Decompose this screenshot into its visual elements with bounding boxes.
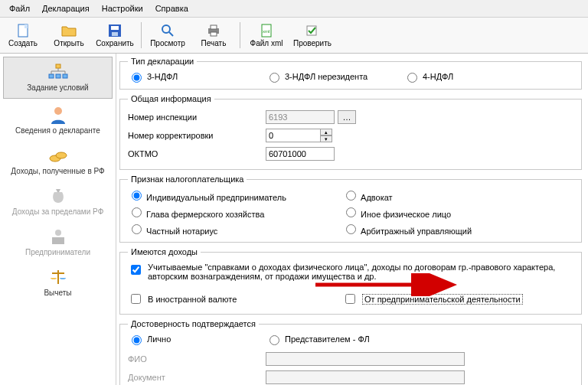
svg-rect-4 bbox=[112, 32, 118, 36]
radio-advocate[interactable]: Адвокат bbox=[342, 188, 541, 202]
menu-file[interactable]: Файл bbox=[5, 2, 34, 15]
group-authenticity: Достоверность подтверждается Лично Предс… bbox=[119, 319, 582, 385]
radio-3ndfl-nonres[interactable]: 3-НДФЛ нерезидента bbox=[266, 70, 403, 83]
open-button[interactable]: Открыть bbox=[46, 19, 92, 51]
sidebar-item-conditions[interactable]: Задание условий bbox=[3, 57, 113, 99]
svg-point-19 bbox=[56, 152, 67, 158]
spin-down-button[interactable]: ▾ bbox=[320, 135, 332, 142]
check-foreign-currency[interactable] bbox=[131, 294, 141, 304]
folder-open-icon bbox=[61, 23, 77, 38]
group-taxpayer: Признак налогоплательщика Индивидуальный… bbox=[119, 175, 582, 243]
svg-rect-21 bbox=[52, 237, 64, 244]
money-bag-icon bbox=[51, 186, 66, 206]
lookup-inspection-button[interactable]: … bbox=[338, 110, 356, 124]
save-button[interactable]: Сохранить bbox=[92, 19, 138, 51]
sidebar-item-income-rf[interactable]: Доходы, полученные в РФ bbox=[0, 141, 116, 181]
svg-rect-1 bbox=[24, 24, 28, 28]
briefcase-person-icon bbox=[50, 227, 67, 246]
radio-arbitr[interactable]: Арбитражный управляющий bbox=[342, 222, 541, 236]
radio-self[interactable]: Лично bbox=[128, 333, 266, 345]
floppy-icon bbox=[109, 23, 121, 38]
xml-file-icon: xml bbox=[260, 23, 273, 38]
radio-3ndfl[interactable]: 3-НДФЛ bbox=[128, 70, 266, 83]
input-correction[interactable] bbox=[266, 129, 321, 142]
label-fio: ФИО bbox=[128, 354, 266, 364]
svg-rect-13 bbox=[56, 64, 60, 68]
svg-point-17 bbox=[54, 107, 62, 115]
org-chart-icon bbox=[47, 62, 69, 82]
svg-point-5 bbox=[162, 25, 170, 33]
sidebar-item-income-foreign[interactable]: Доходы за пределами РФ bbox=[0, 181, 116, 222]
check-icon bbox=[305, 23, 319, 38]
check-button[interactable]: Проверить bbox=[289, 19, 335, 51]
svg-rect-8 bbox=[211, 25, 217, 29]
magnifier-icon bbox=[161, 23, 175, 38]
printer-icon bbox=[207, 23, 220, 38]
menubar: Файл Декларация Настройки Справка bbox=[0, 0, 588, 18]
scales-icon bbox=[49, 267, 67, 287]
sidebar: Задание условий Сведения о декларанте До… bbox=[0, 54, 116, 385]
print-button[interactable]: Печать bbox=[191, 19, 237, 51]
input-inspection[interactable] bbox=[266, 110, 335, 124]
group-income: Имеются доходы Учитываемые "справками о … bbox=[119, 247, 582, 315]
input-document[interactable] bbox=[266, 370, 465, 384]
svg-text:xml: xml bbox=[263, 29, 270, 34]
svg-rect-9 bbox=[211, 32, 217, 36]
create-button[interactable]: Создать bbox=[0, 19, 46, 51]
sidebar-item-business[interactable]: Предприниматели bbox=[0, 222, 116, 263]
menu-declaration[interactable]: Декларация bbox=[38, 2, 94, 15]
radio-4ndfl[interactable]: 4-НДФЛ bbox=[403, 70, 541, 83]
sidebar-item-deductions[interactable]: Вычеты bbox=[0, 263, 116, 303]
menu-help[interactable]: Справка bbox=[151, 2, 193, 15]
svg-rect-3 bbox=[111, 26, 119, 30]
label-business-income: От предпринимательской деятельности bbox=[362, 294, 523, 305]
radio-ip[interactable]: Индивидуальный предприниматель bbox=[128, 188, 342, 202]
sidebar-item-declarant[interactable]: Сведения о декларанте bbox=[0, 100, 116, 141]
label-correction: Номер корректировки bbox=[128, 131, 266, 140]
svg-rect-16 bbox=[63, 74, 67, 78]
label-oktmo: ОКТМО bbox=[128, 149, 266, 158]
label-document: Документ bbox=[128, 373, 266, 382]
person-icon bbox=[50, 105, 67, 125]
svg-rect-14 bbox=[49, 74, 54, 78]
group-general: Общая информация Номер инспекции … Номер… bbox=[119, 94, 582, 170]
xml-button[interactable]: xml Файл xml bbox=[243, 19, 289, 51]
svg-rect-15 bbox=[56, 74, 60, 78]
toolbar: Создать Открыть Сохранить Просмотр bbox=[0, 18, 588, 54]
menu-settings[interactable]: Настройки bbox=[97, 2, 148, 15]
new-file-icon bbox=[17, 23, 29, 38]
check-income-main[interactable] bbox=[131, 265, 141, 275]
radio-farmer[interactable]: Глава фермерского хозяйства bbox=[128, 205, 342, 219]
input-fio[interactable] bbox=[266, 352, 465, 366]
svg-line-6 bbox=[169, 32, 173, 36]
spin-up-button[interactable]: ▴ bbox=[320, 129, 332, 135]
svg-point-20 bbox=[55, 230, 61, 236]
radio-other-person[interactable]: Иное физическое лицо bbox=[342, 205, 541, 219]
radio-representative[interactable]: Представителем - ФЛ bbox=[266, 333, 465, 345]
label-inspection: Номер инспекции bbox=[128, 113, 266, 122]
check-business-income[interactable] bbox=[345, 294, 355, 304]
input-oktmo[interactable] bbox=[266, 147, 335, 161]
group-declaration-type: Тип декларации 3-НДФЛ 3-НДФЛ нерезидента… bbox=[119, 57, 582, 90]
main-panel: Тип декларации 3-НДФЛ 3-НДФЛ нерезидента… bbox=[116, 54, 588, 385]
radio-notary[interactable]: Частный нотариус bbox=[128, 222, 342, 236]
preview-button[interactable]: Просмотр bbox=[145, 19, 191, 51]
coins-icon bbox=[49, 145, 67, 165]
